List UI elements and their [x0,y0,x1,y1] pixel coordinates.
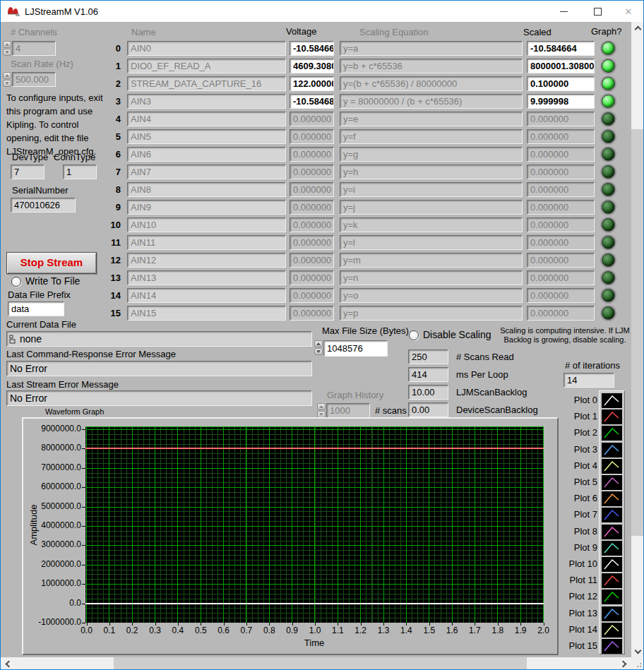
equation-field[interactable]: y=b + c*65536 [340,59,523,73]
write-to-file-radio[interactable] [11,277,21,287]
graph-led-icon[interactable] [602,130,615,143]
devtype-field[interactable]: 7 [11,164,44,179]
legend-swatch[interactable] [602,426,622,441]
stop-stream-button[interactable]: Stop Stream [6,252,97,274]
graph-led-icon[interactable] [602,271,615,285]
graph-led-icon[interactable] [602,306,615,320]
legend-label[interactable]: Plot 7 [564,509,597,520]
legend-label[interactable]: Plot 8 [564,526,597,537]
vertical-scrollbar-thumb[interactable] [631,129,644,536]
close-button[interactable]: ✕ [612,1,644,22]
x-tick-label: 1.9 [508,626,532,635]
graph-led-icon[interactable] [602,236,615,249]
scroll-left-button[interactable] [2,658,15,669]
legend-label[interactable]: Plot 4 [564,460,597,471]
legend-swatch[interactable] [602,606,622,621]
spin-up-icon[interactable] [314,340,323,347]
table-row: 7AIN70.000000y=h0.000000 [100,164,622,182]
table-row: 13AIN130.000000y=n0.000000 [100,270,622,288]
x-tick-mark [429,623,430,626]
scroll-right-button[interactable] [616,658,629,669]
graph-history-field: 1000 [326,403,370,418]
legend-label[interactable]: Plot 6 [564,493,597,503]
legend-swatch[interactable] [602,623,622,638]
graph-led-icon[interactable] [602,183,615,196]
graph-led-icon[interactable] [602,201,615,214]
legend-label[interactable]: Plot 15 [564,640,597,651]
table-row: 11AIN110.000000y=l0.000000 [100,235,622,253]
y-tick-label: 1000000.0 [25,578,81,590]
legend-swatch[interactable] [602,508,622,522]
graph-led-icon[interactable] [602,289,615,302]
graph-led-icon[interactable] [602,59,615,73]
x-tick-label: 0.5 [189,626,213,635]
legend-label[interactable]: Plot 0 [564,395,597,405]
y-tick-label: 8000000.0 [25,443,81,454]
graph-led-icon[interactable] [602,165,615,179]
legend-swatch[interactable] [602,557,622,572]
legend-swatch[interactable] [602,409,622,424]
legend-label[interactable]: Plot 13 [564,608,597,618]
legend-swatch[interactable] [602,639,622,654]
equation-field[interactable]: y=(b + c*65536) / 80000000 [340,76,523,91]
graph-led-icon[interactable] [602,218,615,232]
legend-swatch[interactable] [602,443,622,457]
y-tick-mark [82,468,85,469]
legend-swatch[interactable] [602,459,622,474]
scaled-field: 0.000000 [527,288,595,303]
channel-name-field[interactable]: AIN0 [127,41,286,56]
graph-led-icon[interactable] [602,95,615,108]
channel-name-field[interactable]: AIN3 [127,94,286,109]
max-file-size-spinner[interactable] [314,340,323,356]
legend-label[interactable]: Plot 12 [564,591,597,602]
legend-swatch[interactable] [602,590,622,604]
channel-name-field: AIN13 [127,270,286,285]
channel-name-field[interactable]: STREAM_DATA_CAPTURE_16 [127,76,286,91]
graph-led-icon[interactable] [602,42,615,55]
conntype-field[interactable]: 1 [63,164,97,179]
x-tick-label: 0.6 [212,626,236,635]
legend-label[interactable]: Plot 9 [564,542,597,553]
scaled-field: 0.000000 [527,200,595,215]
scaled-field: 0.000000 [527,112,595,126]
channel-name-field[interactable]: DIO0_EF_READ_A [127,59,286,73]
serialnumber-field[interactable]: 470010626 [11,198,76,213]
legend-label[interactable]: Plot 10 [564,558,597,569]
legend-label[interactable]: Plot 14 [564,624,597,635]
minimize-button[interactable] [547,1,580,22]
graph-led-icon[interactable] [602,148,615,161]
equation-field[interactable]: y = 80000000 / (b + c*65536) [340,94,523,109]
graph-led-icon[interactable] [602,253,615,267]
legend-swatch[interactable] [602,393,622,408]
scroll-up-button[interactable] [631,23,644,35]
legend-label[interactable]: Plot 1 [564,411,597,421]
horizontal-scrollbar-thumb[interactable] [114,657,527,670]
legend-label[interactable]: Plot 11 [564,575,597,585]
graph-led-icon[interactable] [602,77,615,90]
legend-swatch[interactable] [602,525,622,539]
maximize-button[interactable] [581,1,614,22]
disable-scaling-radio[interactable] [409,330,419,340]
spin-down-icon[interactable] [314,348,323,355]
y-tick-mark [82,565,85,566]
legend-label[interactable]: Plot 3 [564,444,597,455]
max-file-size-field[interactable]: 1048576 [323,340,388,357]
legend-swatch[interactable] [602,541,622,556]
x-tick-mark [498,623,499,626]
data-file-prefix-input[interactable]: data [8,301,64,316]
legend-label[interactable]: Plot 5 [564,477,597,487]
legend-label[interactable]: Plot 2 [564,427,597,438]
legend-swatch[interactable] [602,573,622,588]
scroll-down-button[interactable] [631,645,644,656]
equation-field: y=o [340,288,523,303]
voltage-field: -10.58468 [290,94,334,109]
channel-name-field: AIN5 [127,129,286,144]
graph-led-icon[interactable] [602,112,615,126]
current-data-file-label: Current Data File [6,319,76,330]
header-name: Name [131,27,156,37]
devtype-label: DevType [12,152,48,162]
equation-field[interactable]: y=a [340,41,523,56]
legend-swatch[interactable] [602,475,622,490]
resize-grip[interactable] [631,657,644,670]
legend-swatch[interactable] [602,491,622,506]
